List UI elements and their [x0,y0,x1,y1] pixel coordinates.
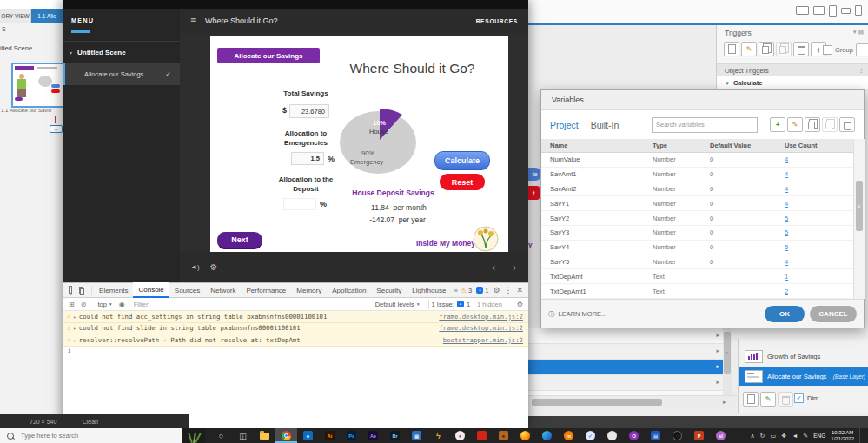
responsive-device-icon-4[interactable] [855,5,862,16]
calculate-button[interactable]: Calculate [434,151,490,170]
issues-badge[interactable]: ▪ 1 [476,287,488,294]
dim-toggle[interactable]: ✓ Dim [794,393,818,403]
use-count-link[interactable]: 5 [785,228,788,236]
mail-m-icon[interactable]: m [558,428,580,443]
console-settings-gear-icon[interactable]: ⚙ [517,301,523,308]
source-link[interactable]: frame.desktop.min.js:2 [439,313,523,321]
cancel-button[interactable]: CANCEL [810,306,857,322]
variables-scrollbar[interactable]: ≡ [853,139,865,299]
group-extra-icon[interactable] [856,43,868,56]
triggers-panel-menu-icon[interactable]: ▾ ▤ [853,29,864,36]
collapse-all-icon[interactable]: ↕ [860,68,864,74]
expand-icon[interactable]: ▸ [716,332,719,339]
expand-icon[interactable]: ▸ [73,325,76,331]
clear-console-icon[interactable]: ⊘ [81,301,87,308]
responsive-device-icon-2[interactable] [829,5,837,17]
scrollbar-thumb[interactable]: ≡ [856,181,863,231]
devtools-tab-elements[interactable]: Elements [94,283,133,297]
after-effects-icon[interactable]: Ae [362,428,384,443]
console-sidebar-icon[interactable]: ⊞ [69,301,75,308]
expand-icon[interactable]: ▸ [716,363,719,370]
kebab-menu-icon[interactable]: ⋮ [504,286,512,294]
timeline-horizontal-scrollbar[interactable]: ▸ [528,395,737,409]
layer-row-growth[interactable]: Growth of Savings [739,347,868,366]
tab-story-view[interactable]: ORY VIEW [0,9,31,23]
snagit-icon[interactable]: ● [449,428,471,443]
log-levels-selector[interactable]: Default levels ▼ [375,301,421,308]
display-icon[interactable]: ▭ [770,433,776,440]
powerpoint-icon[interactable]: P [688,428,710,443]
windows-search-box[interactable] [0,428,182,443]
variable-row[interactable]: TxtDepAmt1Text2 [541,284,853,299]
variable-row[interactable]: SavAmt2Number04 [541,182,853,197]
menu-scene-row[interactable]: ▾ Untitled Scene [70,49,126,56]
paste-variable-button[interactable] [822,117,838,132]
use-count-link[interactable]: 1 [785,273,788,281]
inspect-element-icon[interactable] [69,286,72,294]
edit-trigger-button[interactable]: ✎ [741,42,757,56]
language-indicator[interactable]: ENG [813,433,825,439]
outlook-icon[interactable]: o [297,428,319,443]
devtools-tab-network[interactable]: Network [205,283,241,297]
use-count-link[interactable]: 5 [785,243,788,251]
resources-link[interactable]: RESOURCES [476,18,518,24]
onenote-icon[interactable]: O [623,428,645,443]
devtools-tab-sources[interactable]: Sources [169,283,205,297]
ok-button[interactable]: OK [765,306,805,322]
word-book-icon[interactable]: ▤ [645,428,666,443]
responsive-device-icon-3[interactable] [841,8,851,14]
variable-row[interactable]: SavY3Number05 [541,226,853,241]
timeline-row[interactable]: ▸ [528,328,723,344]
timeline-row[interactable]: ▸ [528,360,723,375]
cortana-icon[interactable]: ○ [210,428,232,443]
variable-row[interactable]: SavAmt1Number04 [541,168,853,182]
calculator-icon[interactable]: ▦ [406,428,427,443]
action-center-edge[interactable] [859,428,865,443]
preview-window-titlebar[interactable] [63,0,528,9]
delete-variable-button[interactable] [839,117,855,132]
source-link[interactable]: bootstrapper.min.js:2 [443,336,523,344]
variable-row[interactable]: NumValueNumber04 [541,153,853,168]
use-count-link[interactable]: 2 [785,288,788,295]
edit-variable-button[interactable]: ✎ [787,117,803,132]
tab-slide-1-1[interactable]: 1.1 Allo [31,9,63,23]
search-input[interactable] [19,431,153,440]
new-layer-button[interactable] [743,392,759,407]
responsive-device-icon-0[interactable] [796,6,809,15]
bridge-icon[interactable]: Br [384,428,406,443]
variable-row[interactable]: SavY5Number04 [541,255,853,270]
variable-row[interactable]: TxtDepAmtText1 [541,269,853,284]
expand-icon[interactable]: ▸ [73,314,76,320]
source-link[interactable]: frame.desktop.min.js:2 [439,324,523,332]
allocation-emergencies-input[interactable]: 1.5 [291,152,324,165]
delete-trigger-button[interactable] [793,42,809,56]
white-app-icon[interactable] [601,428,623,443]
scroll-right-icon[interactable]: ▸ [723,399,726,406]
volume-icon[interactable]: ◄ [792,433,798,439]
search-variables-input[interactable] [652,117,758,133]
issues-counter[interactable]: 1 Issue: ▪ 1 [432,301,470,308]
devtools-tab-console[interactable]: Console [133,282,169,298]
close-devtools-icon[interactable]: ✕ [516,286,523,294]
edge-icon[interactable] [536,428,558,443]
use-count-link[interactable]: 4 [785,185,788,193]
expand-icon[interactable]: ▸ [716,379,719,386]
devtools-tab-lighthouse[interactable]: Lighthouse [407,283,451,297]
dim-checkbox[interactable]: ✓ [794,393,804,403]
total-savings-input[interactable]: 23.6780 [289,104,329,118]
paste-trigger-button[interactable] [776,42,792,56]
hidden-icons-caret-icon[interactable]: ∧ [750,433,754,440]
taskbar-clock[interactable]: 10:32 AM 1/21/2022 [831,430,854,442]
next-button[interactable]: Next [217,232,262,249]
scrollbar-thumb[interactable] [532,399,662,406]
layer-row-allocate[interactable]: Allocate our Savings (Base Layer) [739,367,868,386]
dropbox-icon[interactable]: ❖ [781,433,786,440]
add-variable-button[interactable]: + [770,117,785,132]
gear-icon[interactable]: ⚙ [210,262,218,272]
trigger-item-calculate[interactable]: ▼ Calculate [717,76,868,89]
storyline-icon[interactable]: sl [710,428,732,443]
use-count-link[interactable]: 4 [785,258,788,266]
timeline-row[interactable]: ▸ [528,344,723,360]
devtools-tab-security[interactable]: Security [371,283,407,297]
devtools-tab-application[interactable]: Application [327,283,371,297]
